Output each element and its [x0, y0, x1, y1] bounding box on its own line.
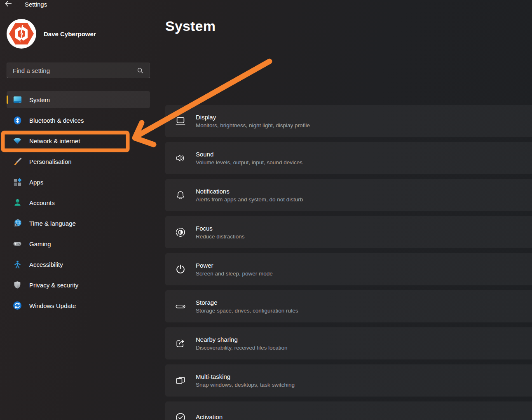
sidebar-item-label: Bluetooth & devices: [29, 117, 84, 124]
sidebar-item-time-language[interactable]: Time & language: [7, 215, 150, 232]
sidebar-item-system[interactable]: System: [7, 91, 150, 108]
sidebar-item-accounts[interactable]: Accounts: [7, 194, 150, 211]
sidebar-item-windows-update[interactable]: Windows Update: [7, 297, 150, 314]
sidebar-item-accessibility[interactable]: Accessibility: [7, 256, 150, 273]
sidebar-item-personalisation[interactable]: Personalisation: [7, 153, 150, 170]
row-subtitle: Discoverability, received files location: [196, 345, 288, 351]
search-box[interactable]: [7, 63, 150, 78]
settings-row-nearby-sharing[interactable]: Nearby sharingDiscoverability, received …: [165, 327, 532, 359]
settings-row-display[interactable]: DisplayMonitors, brightness, night light…: [165, 105, 532, 137]
user-profile[interactable]: Dave Cyberpower: [7, 19, 96, 49]
settings-row-notifications[interactable]: NotificationsAlerts from apps and system…: [165, 179, 532, 211]
multi-tasking-icon: [174, 374, 187, 387]
sidebar-item-label: Network & internet: [29, 138, 80, 145]
row-subtitle: Alerts from apps and system, do not dist…: [196, 196, 303, 203]
focus-icon: [174, 226, 187, 238]
sidebar-item-label: System: [29, 96, 50, 103]
row-subtitle: Snap windows, desktops, task switching: [196, 382, 295, 388]
sidebar-item-network-internet[interactable]: Network & internet: [7, 132, 150, 149]
row-subtitle: Volume levels, output, input, sound devi…: [196, 159, 302, 166]
row-title: Activation: [196, 413, 223, 420]
row-title: Notifications: [196, 188, 303, 195]
notifications-icon: [174, 189, 187, 201]
sidebar-item-bluetooth-devices[interactable]: Bluetooth & devices: [7, 112, 150, 129]
system-icon: [12, 95, 22, 105]
page-title: System: [165, 18, 216, 34]
privacy-security-icon: [12, 280, 22, 290]
avatar: [7, 19, 36, 49]
settings-sidebar: Dave Cyberpower SystemBluetooth & device…: [0, 0, 157, 420]
profile-name: Dave Cyberpower: [44, 30, 96, 37]
time-language-icon: [12, 218, 22, 228]
row-title: Display: [196, 114, 310, 121]
sidebar-item-label: Accessibility: [29, 261, 63, 268]
personalisation-icon: [12, 156, 22, 166]
settings-main: System DisplayMonitors, brightness, nigh…: [165, 0, 532, 420]
sidebar-item-label: Apps: [29, 179, 43, 186]
row-title: Focus: [196, 225, 245, 232]
row-subtitle: Monitors, brightness, night light, displ…: [196, 122, 310, 128]
bluetooth-icon: [12, 115, 22, 125]
gaming-icon: [12, 239, 22, 249]
sidebar-nav: SystemBluetooth & devicesNetwork & inter…: [7, 91, 150, 317]
accounts-icon: [12, 198, 22, 208]
settings-row-activation[interactable]: Activation: [165, 401, 532, 420]
network-icon: [12, 136, 22, 146]
settings-row-power[interactable]: PowerScreen and sleep, power mode: [165, 253, 532, 285]
windows-update-icon: [12, 301, 22, 310]
display-icon: [174, 115, 187, 127]
power-icon: [174, 263, 187, 275]
row-title: Multi-tasking: [196, 373, 295, 380]
row-title: Storage: [196, 299, 298, 306]
nearby-sharing-icon: [174, 337, 187, 350]
settings-row-focus[interactable]: FocusReduce distractions: [165, 216, 532, 248]
sidebar-item-label: Time & language: [29, 220, 76, 227]
settings-row-sound[interactable]: SoundVolume levels, output, input, sound…: [165, 142, 532, 174]
sidebar-item-label: Gaming: [29, 240, 51, 247]
sidebar-item-privacy-security[interactable]: Privacy & security: [7, 276, 150, 294]
sidebar-item-label: Personalisation: [29, 158, 72, 165]
row-title: Nearby sharing: [196, 336, 288, 343]
settings-row-list: DisplayMonitors, brightness, night light…: [165, 105, 532, 420]
search-icon[interactable]: [134, 68, 146, 74]
apps-icon: [12, 177, 22, 187]
sidebar-item-gaming[interactable]: Gaming: [7, 235, 150, 252]
sound-icon: [174, 152, 187, 164]
sidebar-item-label: Accounts: [29, 199, 55, 206]
sidebar-item-label: Privacy & security: [29, 282, 78, 289]
sidebar-item-apps[interactable]: Apps: [7, 173, 150, 191]
row-subtitle: Screen and sleep, power mode: [196, 271, 273, 277]
settings-row-multi-tasking[interactable]: Multi-taskingSnap windows, desktops, tas…: [165, 364, 532, 397]
row-subtitle: Reduce distractions: [196, 233, 245, 240]
sidebar-item-label: Windows Update: [29, 302, 76, 309]
settings-row-storage[interactable]: StorageStorage space, drives, configurat…: [165, 290, 532, 322]
row-title: Sound: [196, 151, 302, 158]
selected-accent-pill: [7, 96, 8, 104]
row-title: Power: [196, 262, 273, 269]
row-subtitle: Storage space, drives, configuration rul…: [196, 308, 298, 314]
accessibility-icon: [12, 259, 22, 269]
activation-icon: [174, 411, 187, 420]
storage-icon: [174, 300, 187, 313]
search-input[interactable]: [7, 67, 134, 74]
